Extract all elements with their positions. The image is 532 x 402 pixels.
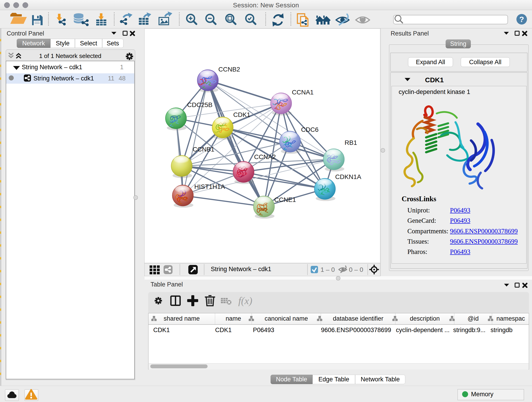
svg-text:0 – 0: 0 – 0 — [349, 266, 363, 273]
svg-text:f(x): f(x) — [238, 295, 252, 306]
svg-text:?: ? — [519, 15, 524, 24]
svg-text:1 – 0: 1 – 0 — [321, 266, 335, 273]
